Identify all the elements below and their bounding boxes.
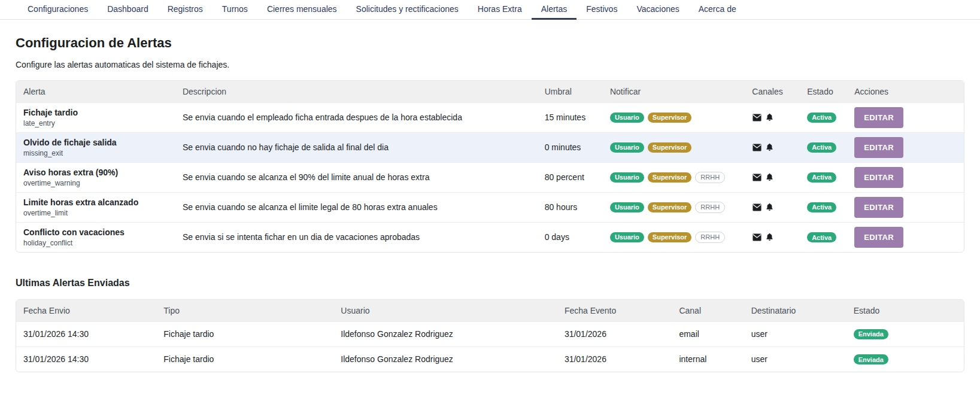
notify-badge-rrhh: RRHH — [695, 172, 725, 183]
notify-badge-supervisor: Supervisor — [648, 202, 691, 212]
alert-description: Se envia cuando se alcanza el limite leg… — [175, 192, 538, 222]
tab-vacaciones[interactable]: Vacaciones — [627, 0, 688, 20]
alert-threshold: 80 hours — [538, 192, 603, 222]
alert-code: overtime_limit — [23, 208, 168, 218]
column-header-destinatario: Destinatario — [744, 300, 846, 321]
alert-channels-cell — [745, 192, 800, 222]
notify-badge-supervisor: Supervisor — [648, 232, 691, 242]
alert-threshold: 15 minutes — [538, 102, 603, 132]
alert-channels-cell — [745, 162, 800, 192]
notify-badge-usuario: Usuario — [610, 232, 644, 242]
sent-event-date: 31/01/2026 — [557, 347, 672, 372]
sent-date: 31/01/2026 14:30 — [16, 347, 156, 372]
status-badge-activa: Activa — [807, 202, 836, 212]
status-badge-enviada: Enviada — [854, 354, 888, 364]
alert-actions-cell: EDITAR — [847, 162, 964, 192]
column-header-alerta: Alerta — [16, 81, 175, 102]
status-badge-activa: Activa — [807, 113, 836, 123]
tab-registros[interactable]: Registros — [158, 0, 213, 20]
notify-badge-usuario: Usuario — [610, 202, 644, 212]
sent-table-header-row: Fecha EnvioTipoUsuarioFecha EventoCanalD… — [16, 300, 964, 321]
notify-badge-rrhh: RRHH — [695, 202, 725, 213]
alert-channels-cell — [745, 222, 800, 252]
alert-notify-cell: UsuarioSupervisorRRHH — [603, 162, 745, 192]
tab-festivos[interactable]: Festivos — [577, 0, 627, 20]
tab-dashboard[interactable]: Dashboard — [98, 0, 158, 20]
alerts-config-table: AlertaDescripcionUmbralNotificarCanalesE… — [16, 80, 964, 253]
alert-row-late-entry: Fichaje tardiolate_entrySe envia cuando … — [16, 102, 964, 132]
column-header-notificar: Notificar — [603, 81, 745, 102]
alert-status-cell: Activa — [800, 102, 847, 132]
edit-button[interactable]: EDITAR — [854, 227, 903, 248]
column-header-estado: Estado — [800, 81, 847, 102]
sent-alert-row: 31/01/2026 14:30Fichaje tardioIldefonso … — [16, 347, 964, 372]
alert-name-cell: Fichaje tardiolate_entry — [16, 102, 175, 132]
tab-alertas[interactable]: Alertas — [532, 0, 577, 20]
alert-status-cell: Activa — [800, 222, 847, 252]
tab-acerca-de[interactable]: Acerca de — [689, 0, 746, 20]
column-header-umbral: Umbral — [538, 81, 603, 102]
sent-event-date: 31/01/2026 — [557, 321, 672, 347]
column-header-canales: Canales — [745, 81, 800, 102]
alert-row-overtime-limit: Limite horas extra alcanzadoovertime_lim… — [16, 192, 964, 222]
edit-button[interactable]: EDITAR — [854, 197, 903, 218]
alert-name-cell: Olvido de fichaje salidamissing_exit — [16, 132, 175, 162]
alert-name: Olvido de fichaje salida — [23, 137, 168, 148]
bell-icon — [765, 113, 774, 122]
status-badge-activa: Activa — [807, 172, 836, 183]
main-content: Configuracion de Alertas Configure las a… — [0, 35, 980, 372]
alert-code: overtime_warning — [23, 178, 168, 188]
sent-user: Ildefonso Gonzalez Rodriguez — [333, 347, 557, 372]
alert-threshold: 80 percent — [538, 162, 603, 192]
alert-actions-cell: EDITAR — [847, 102, 964, 132]
edit-button[interactable]: EDITAR — [854, 137, 903, 158]
bell-icon — [765, 202, 774, 212]
sent-channel: internal — [672, 347, 744, 372]
sent-alerts-table: Fecha EnvioTipoUsuarioFecha EventoCanalD… — [16, 299, 964, 372]
alert-actions-cell: EDITAR — [847, 192, 964, 222]
column-header-canal: Canal — [672, 300, 744, 321]
alert-description: Se envia si se intenta fichar en un dia … — [175, 222, 538, 252]
mail-icon — [752, 202, 762, 212]
alert-name: Conflicto con vacaciones — [23, 227, 168, 238]
notify-badge-supervisor: Supervisor — [648, 142, 691, 153]
column-header-estado: Estado — [846, 300, 964, 321]
sent-status-cell: Enviada — [846, 347, 964, 372]
notify-badge-supervisor: Supervisor — [648, 113, 691, 123]
alert-description: Se envia cuando el empleado ficha entrad… — [175, 102, 538, 132]
edit-button[interactable]: EDITAR — [854, 107, 903, 128]
notify-badge-usuario: Usuario — [610, 142, 644, 153]
bell-icon — [765, 172, 774, 182]
alert-notify-cell: UsuarioSupervisorRRHH — [603, 192, 745, 222]
tab-cierres-mensuales[interactable]: Cierres mensuales — [257, 0, 347, 20]
tab-configuraciones[interactable]: Configuraciones — [18, 0, 98, 20]
alert-name: Fichaje tardio — [23, 107, 168, 118]
status-badge-activa: Activa — [807, 142, 836, 153]
tab-solicitudes-y-rectificaciones[interactable]: Solicitudes y rectificaciones — [347, 0, 468, 20]
notify-badge-rrhh: RRHH — [695, 232, 725, 243]
sent-type: Fichaje tardio — [156, 321, 333, 347]
alert-status-cell: Activa — [800, 162, 847, 192]
tab-horas-extra[interactable]: Horas Extra — [468, 0, 532, 20]
page-subtitle: Configure las alertas automaticas del si… — [16, 60, 964, 69]
notify-badge-usuario: Usuario — [610, 113, 644, 123]
alert-row-holiday-conflict: Conflicto con vacacionesholiday_conflict… — [16, 222, 964, 252]
tab-turnos[interactable]: Turnos — [213, 0, 257, 20]
alert-code: holiday_conflict — [23, 238, 168, 248]
edit-button[interactable]: EDITAR — [854, 167, 903, 188]
mail-icon — [752, 232, 762, 242]
sent-status-cell: Enviada — [846, 321, 964, 347]
alert-notify-cell: UsuarioSupervisor — [603, 132, 745, 162]
alert-name-cell: Conflicto con vacacionesholiday_conflict — [16, 222, 175, 252]
column-header-acciones: Acciones — [847, 81, 964, 102]
column-header-usuario: Usuario — [333, 300, 557, 321]
alert-actions-cell: EDITAR — [847, 132, 964, 162]
bell-icon — [765, 232, 774, 242]
alert-channels-cell — [745, 132, 800, 162]
sent-channel: email — [672, 321, 744, 347]
top-nav: ConfiguracionesDashboardRegistrosTurnosC… — [0, 0, 980, 20]
sent-date: 31/01/2026 14:30 — [16, 321, 156, 347]
alert-name: Limite horas extra alcanzado — [23, 197, 168, 208]
alert-code: late_entry — [23, 119, 168, 128]
page-title: Configuracion de Alertas — [16, 35, 964, 51]
